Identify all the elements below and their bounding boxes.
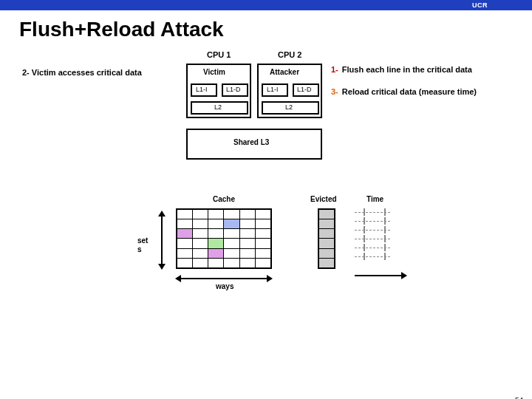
timeline-row bbox=[355, 235, 399, 244]
step-1-num: 1- bbox=[331, 65, 338, 74]
timeline-row bbox=[355, 253, 399, 262]
step-3: 3- Reload critical data (measure time) bbox=[331, 87, 523, 96]
cache-cell bbox=[239, 248, 255, 258]
timeline-row bbox=[355, 217, 399, 226]
banner-label: UCR bbox=[472, 1, 488, 9]
cpu1-l1i-label: L1-I bbox=[196, 86, 208, 93]
cache-cell bbox=[193, 219, 208, 229]
evicted-cell bbox=[319, 219, 335, 229]
timeline-row bbox=[355, 208, 399, 217]
cache-cell bbox=[177, 239, 193, 248]
cache-cell bbox=[177, 248, 193, 258]
cache-cell bbox=[255, 258, 270, 267]
cache-cell bbox=[177, 258, 193, 267]
evicted-cell bbox=[319, 258, 335, 267]
evicted-cell bbox=[319, 239, 335, 248]
page-title: Flush+Reload Attack bbox=[19, 18, 532, 41]
cache-cell bbox=[239, 229, 255, 239]
sets-label-b: s bbox=[137, 245, 142, 253]
cache-cell bbox=[224, 248, 239, 258]
attacker-label: Attacker bbox=[270, 68, 299, 76]
evicted-cell bbox=[319, 210, 335, 219]
step-1-text: Flush each line in the critical data bbox=[340, 65, 472, 74]
cpu2-l2-label: L2 bbox=[285, 103, 293, 111]
cache-cell bbox=[224, 239, 239, 248]
cache-cell bbox=[224, 258, 239, 267]
time-label: Time bbox=[366, 195, 383, 203]
shared-l3-label: Shared L3 bbox=[233, 138, 269, 146]
cache-cell bbox=[224, 229, 239, 239]
cache-cell bbox=[208, 229, 224, 239]
cpu1-header: CPU 1 bbox=[207, 50, 231, 59]
step-2: 2- Victim accesses critical data bbox=[22, 68, 142, 77]
timeline-row bbox=[355, 244, 399, 253]
step-1: 1- Flush each line in the critical data bbox=[331, 65, 508, 74]
timeline-row bbox=[355, 226, 399, 235]
cache-cell bbox=[224, 210, 239, 219]
cache-cell bbox=[208, 219, 224, 229]
cache-grid bbox=[176, 208, 272, 269]
cpu2-l1d-label: L1-D bbox=[297, 86, 312, 93]
cache-cell bbox=[255, 210, 270, 219]
victim-label: Victim bbox=[203, 68, 225, 76]
cache-cell bbox=[239, 210, 255, 219]
cache-cell bbox=[255, 229, 270, 239]
cpu1-l2-label: L2 bbox=[214, 103, 222, 111]
top-banner: UCR bbox=[0, 0, 532, 10]
evicted-column bbox=[318, 208, 335, 269]
cache-cell bbox=[177, 219, 193, 229]
cache-cell bbox=[208, 210, 224, 219]
cache-cell bbox=[224, 219, 239, 229]
cache-cell bbox=[239, 258, 255, 267]
cache-cell bbox=[208, 239, 224, 248]
step-3-num: 3- bbox=[331, 87, 338, 96]
cpu1-l1d-label: L1-D bbox=[226, 86, 241, 93]
cache-cell bbox=[255, 248, 270, 258]
cache-cell bbox=[239, 219, 255, 229]
cpu2-l1i-label: L1-I bbox=[267, 86, 279, 93]
cache-cell bbox=[193, 248, 208, 258]
cache-cell bbox=[193, 258, 208, 267]
cache-cell bbox=[193, 210, 208, 219]
cache-label: Cache bbox=[213, 195, 235, 203]
cpu2-header: CPU 2 bbox=[278, 50, 301, 59]
cache-cell bbox=[208, 248, 224, 258]
cache-cell bbox=[208, 258, 224, 267]
cache-cell bbox=[255, 239, 270, 248]
cache-cell bbox=[177, 229, 193, 239]
cache-cell bbox=[177, 210, 193, 219]
diagram-stage: CPU 1 CPU 2 Victim L1-I L1-D L2 Attacker… bbox=[0, 47, 532, 399]
ways-axis-arrow bbox=[176, 278, 272, 279]
evicted-cell bbox=[319, 229, 335, 239]
cache-cell bbox=[255, 219, 270, 229]
cache-cell bbox=[239, 239, 255, 248]
sets-axis-arrow bbox=[161, 211, 163, 269]
evicted-cell bbox=[319, 248, 335, 258]
time-axis-arrow bbox=[355, 275, 406, 276]
step-3-text: Reload critical data (measure time) bbox=[340, 87, 477, 96]
ways-label: ways bbox=[216, 282, 233, 290]
timeline-column bbox=[355, 208, 399, 262]
cache-cell bbox=[193, 229, 208, 239]
sets-label-a: set bbox=[137, 236, 148, 245]
evicted-label: Evicted bbox=[310, 195, 337, 203]
cache-cell bbox=[193, 239, 208, 248]
